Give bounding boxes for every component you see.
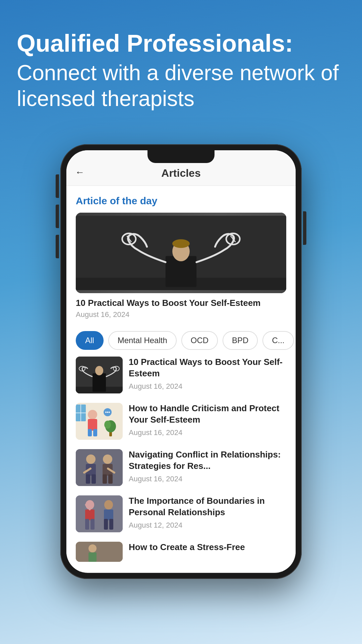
svg-point-35 [103, 454, 112, 464]
article-item[interactable]: 10 Practical Ways to Boost Your Self-Est… [76, 357, 286, 393]
svg-rect-51 [109, 519, 113, 530]
svg-rect-39 [103, 474, 107, 484]
phone-screen: ← Articles Article of the day [66, 150, 296, 573]
svg-rect-53 [76, 542, 123, 562]
article-thumbnail [76, 357, 123, 393]
article-date: August 16, 2024 [129, 428, 286, 437]
article-info: How to Handle Criticism and Protect Your… [129, 403, 286, 437]
article-info: Navigating Conflict in Relationships: St… [129, 449, 286, 483]
article-item[interactable]: Navigating Conflict in Relationships: St… [76, 449, 286, 486]
article-title: 10 Practical Ways to Boost Your Self-Est… [129, 357, 286, 379]
svg-point-4 [172, 239, 190, 248]
article-title: The Importance of Boundaries in Personal… [129, 495, 286, 518]
svg-rect-20 [88, 429, 92, 436]
article-thumbnail [76, 542, 123, 562]
article-info: How to Create a Stress-Free [129, 542, 286, 556]
svg-point-30 [107, 412, 108, 413]
page-title: Articles [161, 167, 200, 179]
article-of-day-section: Article of the day [66, 186, 296, 331]
article-date: August 16, 2024 [129, 382, 286, 391]
svg-point-14 [95, 366, 103, 375]
svg-point-29 [105, 412, 107, 413]
svg-rect-47 [90, 519, 95, 530]
svg-point-54 [88, 544, 97, 552]
article-of-day-label: Article of the day [76, 195, 286, 207]
svg-rect-55 [88, 552, 97, 562]
article-item[interactable]: The Importance of Boundaries in Personal… [76, 495, 286, 532]
hero-subtitle: Connect with a diverse network of licens… [17, 60, 345, 112]
article-thumbnail [76, 449, 123, 486]
article-date: August 12, 2024 [129, 521, 286, 530]
svg-point-48 [104, 500, 113, 509]
article-info: The Importance of Boundaries in Personal… [129, 495, 286, 530]
article-item-partial[interactable]: How to Create a Stress-Free [76, 542, 286, 562]
article-date: August 16, 2024 [129, 475, 286, 483]
svg-point-18 [88, 410, 97, 419]
svg-rect-40 [108, 474, 113, 484]
filter-chip-more[interactable]: C... [262, 331, 294, 350]
svg-rect-32 [76, 449, 123, 486]
article-item[interactable]: How to Handle Criticism and Protect Your… [76, 403, 286, 440]
svg-rect-37 [86, 474, 90, 484]
app-content: ← Articles Article of the day [66, 150, 296, 573]
phone-notch [147, 150, 215, 163]
phone-frame: ← Articles Article of the day [60, 144, 302, 579]
scroll-area[interactable]: Article of the day [66, 186, 296, 572]
featured-article-date: August 16, 2024 [76, 310, 286, 319]
svg-rect-19 [88, 419, 97, 431]
article-title: How to Handle Criticism and Protect Your… [129, 403, 286, 426]
svg-rect-43 [76, 495, 123, 532]
svg-rect-46 [85, 519, 89, 530]
featured-image[interactable] [76, 213, 286, 293]
svg-point-24 [104, 421, 111, 429]
svg-rect-50 [104, 519, 108, 530]
article-title: How to Create a Stress-Free [129, 542, 286, 553]
filter-chip-mental-health[interactable]: Mental Health [108, 331, 177, 350]
article-thumbnail [76, 403, 123, 440]
filter-row: All Mental Health OCD BPD C... [66, 331, 296, 357]
filter-chip-all[interactable]: All [76, 331, 104, 350]
svg-point-33 [86, 454, 96, 464]
article-list: 10 Practical Ways to Boost Your Self-Est… [66, 357, 296, 562]
article-title: Navigating Conflict in Relationships: St… [129, 449, 286, 472]
svg-rect-45 [85, 509, 95, 520]
svg-rect-13 [93, 373, 106, 392]
article-info: 10 Practical Ways to Boost Your Self-Est… [129, 357, 286, 391]
filter-chip-bpd[interactable]: BPD [223, 331, 258, 350]
svg-rect-21 [93, 429, 97, 436]
phone-mockup: ← Articles Article of the day [60, 144, 302, 579]
article-thumbnail [76, 495, 123, 532]
svg-rect-38 [92, 474, 96, 484]
hero-section: Qualified Professionals: Connect with a … [17, 30, 345, 112]
svg-rect-49 [104, 509, 113, 520]
svg-point-31 [109, 412, 110, 413]
featured-article-title: 10 Practical Ways to Boost Your Self-Est… [76, 298, 286, 308]
hero-title: Qualified Professionals: [17, 30, 345, 57]
back-button[interactable]: ← [75, 167, 84, 178]
filter-chip-ocd[interactable]: OCD [181, 331, 218, 350]
